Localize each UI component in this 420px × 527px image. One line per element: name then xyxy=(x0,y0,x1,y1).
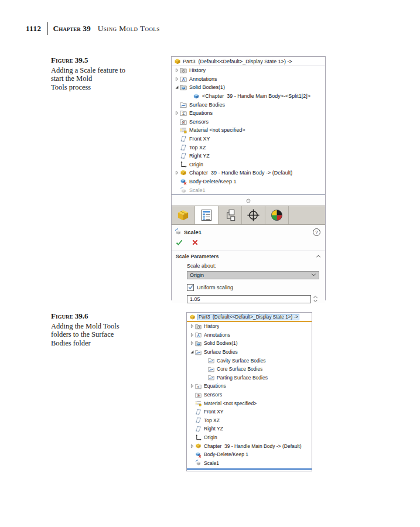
plane-icon xyxy=(180,152,187,159)
material-icon xyxy=(195,400,202,406)
surface-bodies-folder-icon xyxy=(208,357,214,364)
help-icon[interactable]: ? xyxy=(313,228,320,236)
expand-arrow-icon[interactable] xyxy=(189,384,195,388)
feature-tree-root-label: Part3 (Default<<Default>_Display State 1… xyxy=(197,314,299,320)
group-title: Scale Parameters xyxy=(176,254,218,259)
tree-item-top-xz[interactable]: Top XZ xyxy=(172,143,325,152)
tree-item-body-delete-keep-1[interactable]: Body-Delete/Keep 1 xyxy=(187,450,312,459)
tree-item-scale1[interactable]: Scale1 xyxy=(172,186,325,194)
tree-item-equations[interactable]: ΣEquations xyxy=(172,109,325,118)
tree-item-right-yz[interactable]: Right YZ xyxy=(187,425,312,433)
tree-item-label: Chapter 39 - Handle Main Body -> (Defaul… xyxy=(204,443,302,449)
surface-bodies-folder-icon xyxy=(208,366,214,372)
tree-item-chapter-39-handle-main-body-default[interactable]: Chapter 39 - Handle Main Body -> (Defaul… xyxy=(172,169,325,177)
scale-factor-input[interactable]: 1.05 xyxy=(187,295,311,303)
tree-item-origin[interactable]: Origin xyxy=(187,433,312,442)
svg-text:Σ: Σ xyxy=(182,112,185,116)
expand-arrow-icon[interactable] xyxy=(173,111,180,115)
surface-bodies-folder-icon xyxy=(208,374,214,381)
scale-factor-row: 1.05 xyxy=(187,295,319,303)
chapter-title: Using Mold Tools xyxy=(98,24,160,33)
annotations-folder-icon: A xyxy=(180,76,187,83)
displaymanager-tab[interactable] xyxy=(265,206,289,224)
expand-arrow-icon[interactable] xyxy=(173,77,180,81)
feature-tree-root[interactable]: Part3 (Default<<Default>_Display State 1… xyxy=(187,313,312,322)
tree-item-surface-bodies[interactable]: Surface Bodies xyxy=(172,100,325,109)
tree-item-sensors[interactable]: Sensors xyxy=(187,391,312,399)
tree-item-top-xz[interactable]: Top XZ xyxy=(187,416,312,425)
sensors-folder-icon xyxy=(180,118,187,125)
featuremanager-tab[interactable] xyxy=(172,206,195,224)
caption-line: Bodies folder xyxy=(51,339,151,348)
configurationmanager-tab[interactable] xyxy=(218,206,242,224)
tree-item-chapter-39-handle-main-body-default[interactable]: Chapter 39 - Handle Main Body -> (Defaul… xyxy=(187,442,312,450)
svg-text:A: A xyxy=(182,77,185,81)
propertymanager-tab[interactable] xyxy=(195,206,218,224)
tree-item-front-xy[interactable]: Front XY xyxy=(172,135,325,143)
tree-item-front-xy[interactable]: Front XY xyxy=(187,408,312,416)
spinner-up-button[interactable] xyxy=(313,295,319,299)
tree-item-scale1[interactable]: Scale1 xyxy=(187,459,312,468)
tree-item-core-surface-bodies[interactable]: Core Surface Bodies xyxy=(187,365,312,374)
displaymanager-tab-icon xyxy=(270,208,284,222)
tree-item-surface-bodies[interactable]: Surface Bodies xyxy=(187,348,312,357)
collapse-chevron-icon[interactable] xyxy=(316,254,321,259)
history-folder-icon xyxy=(180,67,187,74)
expand-arrow-icon[interactable] xyxy=(173,68,180,73)
tree-item-solid-bodies-1[interactable]: Solid Bodies(1) xyxy=(172,83,325,92)
tree-item-annotations[interactable]: AAnnotations xyxy=(172,75,325,84)
cancel-button[interactable] xyxy=(192,239,199,247)
tree-item-label: Annotations xyxy=(204,332,230,338)
feature-tree: HistoryAAnnotationsSolid Bodies(1)Surfac… xyxy=(187,322,312,467)
tree-item-material-not-specified[interactable]: Material <not specified> xyxy=(172,126,325,135)
tree-item-parting-surface-bodies[interactable]: Parting Surface Bodies xyxy=(187,374,312,382)
feature-tree-root[interactable]: Part3 (Default<<Default>_Display State 1… xyxy=(172,57,325,66)
property-manager-actions xyxy=(172,237,325,251)
caption-line: Tools process xyxy=(51,83,151,92)
tree-item-solid-bodies-1[interactable]: Solid Bodies(1) xyxy=(187,339,312,348)
expand-arrow-icon[interactable] xyxy=(189,333,195,337)
checkbox-checked-icon[interactable] xyxy=(187,284,194,291)
spinner-down-button[interactable] xyxy=(313,299,319,303)
expand-arrow-icon[interactable] xyxy=(173,170,180,175)
expand-arrow-icon[interactable] xyxy=(189,324,195,328)
dimxpertmanager-tab[interactable] xyxy=(242,206,265,224)
tree-item-label: Surface Bodies xyxy=(189,102,225,108)
origin-icon xyxy=(180,161,187,168)
tree-item-label: History xyxy=(189,67,206,73)
tree-item-label: Front XY xyxy=(204,409,224,415)
expand-arrow-icon[interactable] xyxy=(189,341,195,345)
tree-item-annotations[interactable]: AAnnotations xyxy=(187,331,312,340)
panel-splitter[interactable] xyxy=(172,194,325,206)
expand-arrow-icon[interactable] xyxy=(173,85,180,90)
history-folder-icon xyxy=(195,323,202,330)
tree-item-body-delete-keep-1[interactable]: Body-Delete/Keep 1 xyxy=(172,177,325,186)
expand-arrow-icon[interactable] xyxy=(189,444,195,449)
tree-item-label: Body-Delete/Keep 1 xyxy=(189,179,237,184)
expand-arrow-icon[interactable] xyxy=(189,350,195,354)
tree-item-cavity-surface-bodies[interactable]: Cavity Surface Bodies xyxy=(187,356,312,365)
body-delete-icon xyxy=(195,451,202,458)
tree-item-chapter-39-handle-main-body-split1-2[interactable]: <Chapter 39 - Handle Main Body>-<Split1[… xyxy=(172,92,325,101)
tree-item-history[interactable]: History xyxy=(187,322,312,331)
tree-item-sensors[interactable]: Sensors xyxy=(172,118,325,126)
tree-item-material-not-specified[interactable]: Material <not specified> xyxy=(187,399,312,408)
body-delete-icon xyxy=(180,178,187,185)
tree-item-origin[interactable]: Origin xyxy=(172,160,325,169)
group-header[interactable]: Scale Parameters xyxy=(172,251,325,261)
tree-item-right-yz[interactable]: Right YZ xyxy=(172,152,325,160)
scale-about-dropdown[interactable]: Origin xyxy=(187,271,319,279)
rollback-bar[interactable] xyxy=(187,468,312,470)
splitter-handle-icon[interactable] xyxy=(247,199,251,203)
part-icon xyxy=(189,314,196,320)
tree-item-equations[interactable]: ΣEquations xyxy=(187,382,312,391)
svg-text:Σ: Σ xyxy=(197,385,200,389)
surface-bodies-folder-icon xyxy=(180,101,187,108)
tree-item-label: <Chapter 39 - Handle Main Body>-<Split1[… xyxy=(202,93,310,99)
spinner-buttons xyxy=(313,295,319,303)
figure-39-6-caption: Figure 39.6 Adding the Mold Toolsfolders… xyxy=(51,312,151,347)
tree-item-history[interactable]: History xyxy=(172,66,325,75)
ok-button[interactable] xyxy=(176,239,183,247)
chevron-down-icon xyxy=(311,272,316,278)
uniform-scaling-checkbox[interactable]: Uniform scaling xyxy=(187,284,319,291)
